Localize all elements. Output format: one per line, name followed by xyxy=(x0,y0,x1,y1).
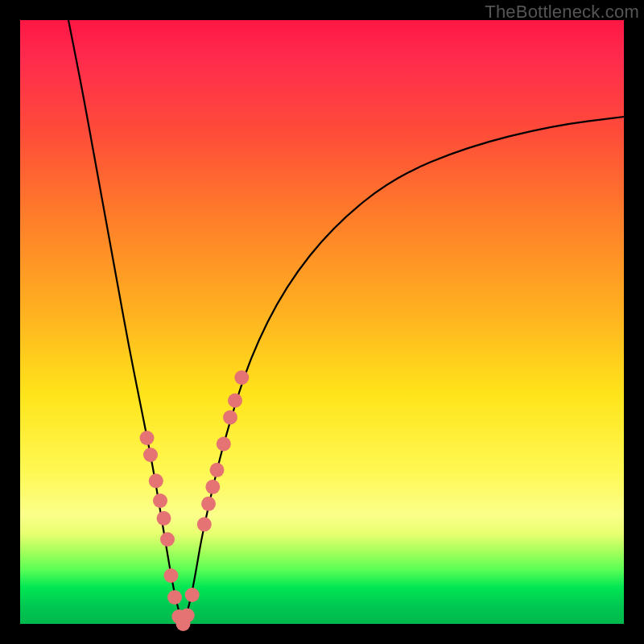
scatter-dot xyxy=(167,590,182,605)
scatter-dot xyxy=(180,609,195,623)
scatter-dot xyxy=(140,431,155,445)
scatter-dot xyxy=(197,517,212,531)
scatter-dot xyxy=(164,568,179,583)
scatter-dot xyxy=(185,588,200,602)
scatter-dot xyxy=(234,370,249,385)
plot-area xyxy=(20,20,624,624)
scatter-dot xyxy=(157,511,171,526)
scatter-dot xyxy=(228,394,242,408)
scatter-dots xyxy=(140,370,250,631)
scatter-dot xyxy=(149,473,163,488)
scatter-dot xyxy=(217,437,231,452)
bottleneck-curve xyxy=(68,20,624,619)
chart-svg xyxy=(20,20,624,624)
scatter-dot xyxy=(205,480,220,494)
scatter-dot xyxy=(201,497,216,511)
watermark-text: TheBottleneck.com xyxy=(485,2,639,23)
scatter-dot xyxy=(210,463,225,477)
scatter-dot xyxy=(143,448,158,462)
scatter-dot xyxy=(223,411,237,425)
scatter-dot xyxy=(153,493,167,508)
scatter-dot xyxy=(160,532,175,547)
chart-frame: TheBottleneck.com xyxy=(0,0,644,644)
